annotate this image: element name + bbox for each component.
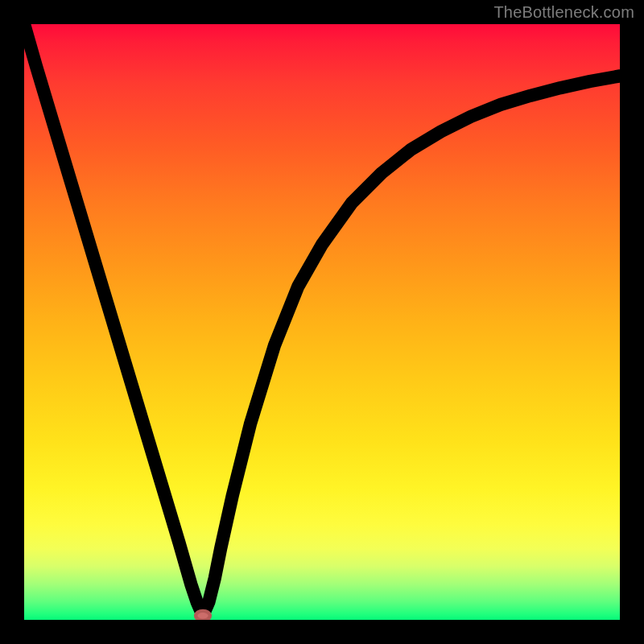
minimum-marker: [196, 611, 210, 620]
chart-frame: TheBottleneck.com: [0, 0, 644, 644]
plot-area: [24, 24, 620, 620]
curve-layer: [24, 24, 620, 620]
bottleneck-curve: [24, 24, 620, 616]
watermark-text: TheBottleneck.com: [493, 3, 634, 22]
